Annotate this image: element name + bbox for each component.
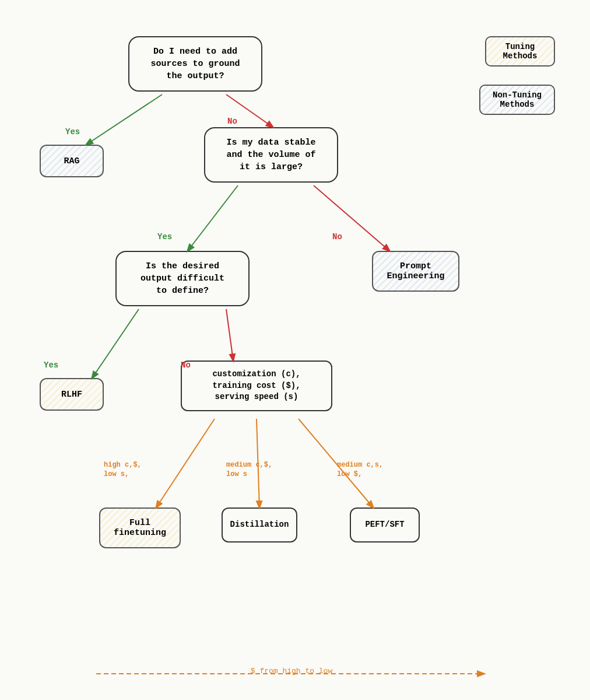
svg-line-3 xyxy=(314,186,389,251)
node-rag: RAG xyxy=(40,145,104,177)
peft-sft-text: PEFT/SFT xyxy=(365,519,404,531)
legend-tuning-label: TuningMethods xyxy=(503,42,538,61)
bottom-label-text: $ from high to low xyxy=(251,667,332,676)
legend-tuning: TuningMethods xyxy=(485,36,555,66)
svg-line-0 xyxy=(86,94,162,145)
label-yes3: Yes xyxy=(44,360,58,370)
node-q4: customization (c),training cost ($),serv… xyxy=(181,360,332,411)
node-rlhf: RLHF xyxy=(40,378,104,411)
label-branch3: medium c,s,low $, xyxy=(337,461,383,479)
node-q3: Is the desiredoutput difficultto define? xyxy=(115,251,250,306)
node-q1: Do I need to addsources to groundthe out… xyxy=(128,36,262,92)
q2-text: Is my data stableand the volume ofit is … xyxy=(226,136,315,173)
q4-text: customization (c),training cost ($),serv… xyxy=(212,369,300,403)
node-full-finetuning: Fullfinetuning xyxy=(99,508,181,548)
svg-line-5 xyxy=(226,309,233,360)
full-finetuning-text: Fullfinetuning xyxy=(114,518,166,538)
node-peft-sft: PEFT/SFT xyxy=(350,508,420,542)
node-distillation: Distillation xyxy=(222,508,297,542)
diagram-container: TuningMethods Non-TuningMethods Do I nee… xyxy=(0,0,590,700)
rag-text: RAG xyxy=(64,156,79,166)
svg-line-6 xyxy=(156,419,215,508)
label-yes2: Yes xyxy=(157,232,172,242)
label-no2: No xyxy=(332,232,342,242)
label-yes1: Yes xyxy=(65,127,80,136)
legend-non-tuning: Non-TuningMethods xyxy=(479,85,555,115)
label-branch2: medium c,$,low s xyxy=(226,461,272,479)
q1-text: Do I need to addsources to groundthe out… xyxy=(150,46,240,82)
distillation-text: Distillation xyxy=(230,519,289,531)
node-q2: Is my data stableand the volume ofit is … xyxy=(204,127,338,183)
node-prompt-eng: PromptEngineering xyxy=(372,251,459,292)
svg-line-2 xyxy=(188,186,238,251)
label-branch1: high c,$,low s, xyxy=(104,461,142,479)
legend-non-tuning-label: Non-TuningMethods xyxy=(493,90,542,109)
label-no1: No xyxy=(227,117,237,126)
label-no3: No xyxy=(181,360,191,370)
bottom-cost-label: $ from high to low xyxy=(93,667,490,676)
prompt-eng-text: PromptEngineering xyxy=(387,261,444,281)
rlhf-text: RLHF xyxy=(61,390,82,400)
q3-text: Is the desiredoutput difficultto define? xyxy=(141,260,224,297)
svg-line-4 xyxy=(92,309,139,378)
